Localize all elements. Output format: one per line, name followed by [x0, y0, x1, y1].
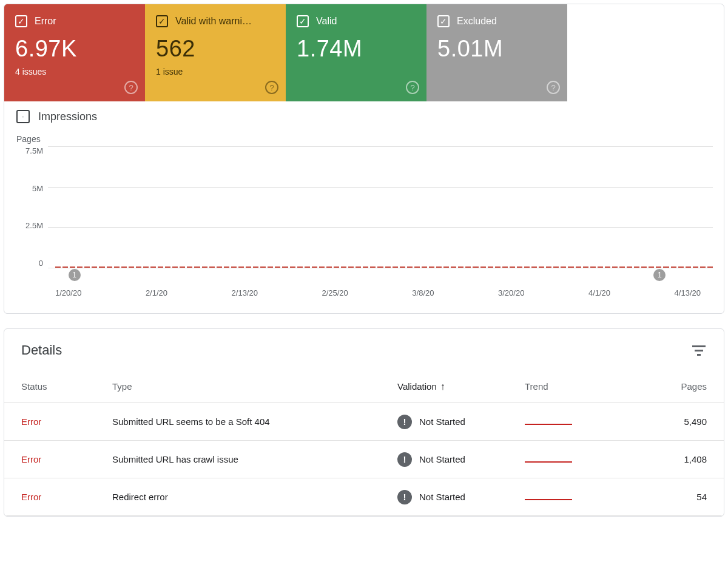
exclamation-icon: ! — [397, 452, 412, 467]
xtick: 2/25/20 — [322, 288, 348, 297]
impressions-label: Impressions — [38, 110, 97, 123]
details-table: Status Type Validation ↑ Trend Pages Err… — [4, 370, 724, 516]
trend-sparkline — [525, 424, 572, 425]
checkbox-checked-icon[interactable]: ✓ — [437, 15, 450, 27]
cell-pages: 1,408 — [628, 454, 707, 464]
cell-validation: !Not Started — [397, 452, 525, 467]
chart-y-axis: 7.5M 5M 2.5M 0 — [16, 146, 48, 268]
cell-pages: 54 — [628, 492, 707, 502]
checkbox-unchecked-icon[interactable]: · — [16, 110, 30, 123]
xtick: 2/13/20 — [232, 288, 258, 297]
exclamation-icon: ! — [397, 490, 412, 504]
xtick: 4/1/20 — [588, 288, 610, 297]
tile-valid[interactable]: ✓ Valid 1.74M ? — [286, 4, 426, 101]
trend-sparkline — [525, 499, 572, 500]
col-validation[interactable]: Validation ↑ — [397, 381, 525, 392]
sort-ascending-icon: ↑ — [440, 381, 445, 392]
details-card: Details Status Type Validation ↑ Trend P… — [4, 328, 724, 517]
cell-type: Redirect error — [112, 492, 397, 502]
details-title: Details — [21, 342, 62, 358]
chart-plot-area[interactable] — [48, 146, 713, 268]
cell-pages: 5,490 — [628, 416, 707, 427]
checkbox-checked-icon[interactable]: ✓ — [15, 15, 27, 27]
filter-icon[interactable] — [691, 344, 707, 357]
tile-excluded[interactable]: ✓ Excluded 5.01M ? — [426, 4, 567, 101]
ytick: 5M — [16, 184, 43, 193]
tile-error-label: Error — [35, 16, 56, 27]
col-pages[interactable]: Pages — [628, 381, 707, 392]
cell-type: Submitted URL has crawl issue — [112, 454, 397, 464]
tile-warning[interactable]: ✓ Valid with warni… 562 1 issue ? — [145, 4, 286, 101]
tile-warning-value: 562 — [156, 36, 276, 62]
tile-error[interactable]: ✓ Error 6.97K 4 issues ? — [4, 4, 145, 101]
cell-status: Error — [21, 454, 112, 464]
event-marker[interactable]: 1 — [653, 269, 666, 281]
coverage-summary-card: ✓ Error 6.97K 4 issues ? ✓ Valid with wa… — [4, 4, 724, 314]
help-icon[interactable]: ? — [406, 81, 419, 94]
cell-type: Submitted URL seems to be a Soft 404 — [112, 416, 397, 427]
tile-error-value: 6.97K — [15, 36, 135, 62]
help-icon[interactable]: ? — [265, 81, 278, 94]
tile-error-sub: 4 issues — [15, 67, 135, 76]
impressions-toggle-row[interactable]: · Impressions — [4, 101, 724, 126]
cell-validation: !Not Started — [397, 490, 525, 504]
col-trend[interactable]: Trend — [525, 381, 628, 392]
xtick: 1/20/20 — [55, 288, 81, 297]
checkbox-checked-icon[interactable]: ✓ — [156, 15, 168, 27]
table-row[interactable]: ErrorSubmitted URL seems to be a Soft 40… — [4, 403, 724, 441]
tile-warning-sub: 1 issue — [156, 67, 276, 76]
xtick: 2/1/20 — [146, 288, 167, 297]
chart-y-label: Pages — [16, 134, 713, 144]
tile-valid-value: 1.74M — [297, 36, 417, 62]
cell-trend — [525, 454, 628, 464]
exclamation-icon: ! — [397, 415, 412, 429]
table-row[interactable]: ErrorSubmitted URL has crawl issue!Not S… — [4, 441, 724, 478]
help-icon[interactable]: ? — [124, 81, 138, 94]
col-type[interactable]: Type — [112, 381, 397, 392]
status-tiles-row: ✓ Error 6.97K 4 issues ? ✓ Valid with wa… — [4, 4, 724, 101]
tile-excluded-value: 5.01M — [437, 36, 558, 62]
cell-trend — [525, 416, 628, 427]
chart-event-markers: 11 — [55, 268, 713, 282]
ytick: 2.5M — [16, 221, 43, 230]
cell-status: Error — [21, 492, 112, 502]
chart-x-axis: 1/20/202/1/202/13/202/25/203/8/203/20/20… — [55, 288, 713, 297]
col-status[interactable]: Status — [21, 381, 112, 392]
ytick: 0 — [16, 259, 43, 268]
xtick: 3/8/20 — [412, 288, 434, 297]
table-header: Status Type Validation ↑ Trend Pages — [4, 370, 724, 403]
cell-validation: !Not Started — [397, 415, 525, 429]
event-marker[interactable]: 1 — [69, 269, 81, 281]
table-row[interactable]: ErrorRedirect error!Not Started54 — [4, 478, 724, 516]
cell-trend — [525, 492, 628, 502]
tile-excluded-label: Excluded — [457, 16, 497, 27]
ytick: 7.5M — [16, 146, 43, 155]
cell-status: Error — [21, 416, 112, 427]
checkbox-checked-icon[interactable]: ✓ — [297, 15, 309, 27]
tile-warning-label: Valid with warni… — [175, 16, 252, 27]
trend-sparkline — [525, 461, 572, 463]
help-icon[interactable]: ? — [547, 81, 560, 94]
tile-valid-label: Valid — [316, 16, 337, 27]
xtick: 3/20/20 — [498, 288, 524, 297]
xtick: 4/13/20 — [675, 288, 701, 297]
coverage-chart: Pages 7.5M 5M 2.5M 0 11 1/20/202/1/202/1… — [4, 126, 724, 313]
